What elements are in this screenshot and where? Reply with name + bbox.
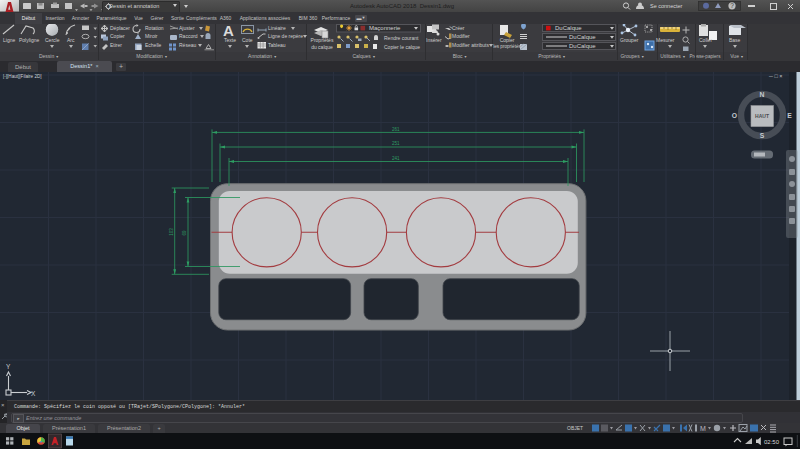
- svg-text:E: E: [787, 112, 792, 119]
- svg-text:S: S: [760, 132, 765, 139]
- svg-text:251: 251: [392, 141, 400, 146]
- svg-text:DuCalque: DuCalque: [569, 34, 596, 40]
- svg-text:Y: Y: [6, 363, 11, 370]
- svg-text:HAUT: HAUT: [755, 113, 769, 119]
- svg-text:M: M: [700, 425, 706, 432]
- svg-text:DuCalque: DuCalque: [569, 43, 596, 49]
- svg-text:103: 103: [169, 228, 174, 236]
- svg-text:O: O: [732, 112, 737, 119]
- svg-text:Maçonnerie: Maçonnerie: [369, 25, 401, 31]
- svg-text:?: ?: [730, 2, 734, 9]
- svg-text:DuCalque: DuCalque: [555, 25, 582, 31]
- svg-text:241: 241: [392, 156, 400, 161]
- svg-text:261: 261: [392, 127, 400, 132]
- svg-text:X: X: [31, 390, 36, 397]
- svg-text:N: N: [760, 91, 765, 98]
- svg-text:02:50: 02:50: [764, 439, 780, 445]
- svg-text:69: 69: [182, 230, 187, 236]
